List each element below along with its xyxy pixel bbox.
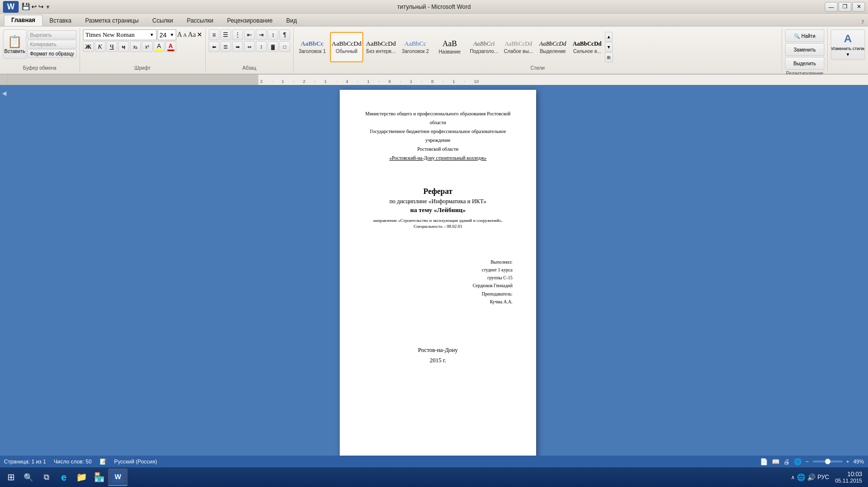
style-strong[interactable]: AaBbCcDd Сильное в... bbox=[570, 32, 604, 62]
style-no-spacing[interactable]: AaBbCcDd Без интерв... bbox=[364, 32, 398, 62]
paragraph-group-label: Абзац bbox=[209, 64, 290, 71]
style-subtitle[interactable]: AaBbCci Подзаголо... bbox=[467, 32, 501, 62]
word-taskbar-button[interactable]: W bbox=[108, 468, 128, 486]
specialty-text: Специальность – 08.02.01 bbox=[363, 224, 513, 229]
strikethrough-button[interactable]: ч bbox=[118, 41, 129, 52]
style-title[interactable]: AaB Название bbox=[433, 32, 466, 62]
justify-button[interactable]: ⇔ bbox=[244, 41, 255, 52]
search-button[interactable]: 🔍 bbox=[20, 468, 37, 486]
align-center-button[interactable]: ☰ bbox=[220, 41, 231, 52]
customize-icon[interactable]: ▼ bbox=[45, 4, 51, 10]
font-group: Times New Roman ▼ 24 ▼ A A Аа ✕ Ж К Ч ч … bbox=[80, 28, 206, 72]
task-view-button[interactable]: ⧉ bbox=[37, 468, 55, 486]
view-reading-icon[interactable]: 📖 bbox=[772, 458, 780, 465]
select-button[interactable]: Выделить bbox=[785, 57, 824, 70]
start-button[interactable]: ⊞ bbox=[2, 468, 20, 486]
style-subtle-emphasis[interactable]: AaBbCcDd Слабое вы... bbox=[502, 32, 535, 62]
font-group-label: Шрифт bbox=[83, 64, 202, 71]
ruler-corner bbox=[0, 75, 8, 85]
tab-references[interactable]: Ссылки bbox=[145, 16, 180, 26]
network-icon[interactable]: 🌐 bbox=[797, 473, 805, 481]
spell-check-icon[interactable]: 📝 bbox=[100, 459, 107, 465]
ribbon: 📋 Вставить Вырезать Копировать Формат по… bbox=[0, 27, 868, 75]
style-emphasis[interactable]: AaBbCcDd Выделение bbox=[536, 32, 570, 62]
superscript-button[interactable]: х² bbox=[142, 41, 153, 52]
font-name-selector[interactable]: Times New Roman ▼ bbox=[83, 29, 157, 40]
tab-home[interactable]: Главная bbox=[4, 15, 43, 26]
language-indicator[interactable]: РУС bbox=[817, 474, 829, 481]
zoom-in-icon[interactable]: + bbox=[846, 459, 849, 464]
styles-scroll-up-button[interactable]: ▲ bbox=[605, 32, 613, 42]
zoom-level[interactable]: 49% bbox=[853, 459, 864, 464]
bullets-button[interactable]: ≡ bbox=[209, 29, 219, 40]
font-dropdown-icon[interactable]: ▼ bbox=[150, 32, 154, 37]
style-heading2[interactable]: AaBbCc Заголовок 2 bbox=[399, 32, 432, 62]
document-page[interactable]: Министерство общего и профессионального … bbox=[340, 90, 536, 460]
sort-button[interactable]: ↕ bbox=[268, 29, 278, 40]
view-web-icon[interactable]: 🌐 bbox=[794, 458, 802, 465]
numbering-button[interactable]: ☰ bbox=[220, 29, 231, 40]
decrease-indent-button[interactable]: ⇤ bbox=[244, 29, 255, 40]
store-button[interactable]: 🏪 bbox=[90, 468, 108, 486]
style-heading1[interactable]: AaBbCc Заголовок 1 bbox=[296, 32, 329, 62]
view-normal-icon[interactable]: 📄 bbox=[760, 458, 768, 465]
paste-button[interactable]: 📋 Вставить bbox=[3, 29, 27, 59]
tab-mailings[interactable]: Рассылки bbox=[180, 16, 220, 26]
styles-more-button[interactable]: ⊞ bbox=[605, 53, 613, 62]
font-size-selector[interactable]: 24 ▼ bbox=[158, 29, 176, 40]
bold-button[interactable]: Ж bbox=[83, 41, 94, 52]
italic-button[interactable]: К bbox=[95, 41, 106, 52]
window-title: титульный - Microsoft Word bbox=[397, 3, 471, 10]
replace-button[interactable]: Заменить bbox=[785, 43, 824, 56]
system-tray: ∧ 🌐 🔊 РУС 10:03 05.11.2015 bbox=[791, 471, 866, 484]
underline-button[interactable]: Ч bbox=[107, 41, 117, 52]
change-styles-button[interactable]: A Изменить стили ▼ bbox=[831, 29, 865, 60]
explorer-button[interactable]: 📁 bbox=[73, 468, 90, 486]
editing-area: ◀ Министерство общего и профессиональног… bbox=[0, 85, 868, 464]
volume-icon[interactable]: 🔊 bbox=[807, 473, 815, 481]
grow-font-icon[interactable]: A bbox=[177, 31, 182, 39]
redo-icon[interactable]: ↪ bbox=[38, 3, 44, 11]
align-left-button[interactable]: ⬅ bbox=[209, 41, 219, 52]
close-button[interactable]: ✕ bbox=[852, 2, 865, 12]
size-dropdown-icon[interactable]: ▼ bbox=[170, 32, 174, 37]
save-icon[interactable]: 💾 bbox=[22, 2, 30, 11]
line-spacing-button[interactable]: ↕ bbox=[256, 41, 267, 52]
ruler-main: 2·1·2·1·4·1·6·1·8·1·10 bbox=[258, 75, 868, 85]
style-normal[interactable]: AaBbCcDd Обычный bbox=[330, 32, 363, 62]
styles-scroll-down-button[interactable]: ▼ bbox=[605, 42, 613, 52]
tray-expand-icon[interactable]: ∧ bbox=[791, 474, 795, 481]
undo-icon[interactable]: ↩ bbox=[31, 3, 37, 11]
cut-button[interactable]: Вырезать bbox=[27, 30, 77, 39]
zoom-out-icon[interactable]: − bbox=[806, 459, 809, 464]
tab-page-layout[interactable]: Разметка страницы bbox=[78, 16, 145, 26]
language-status[interactable]: Русский (Россия) bbox=[114, 459, 157, 465]
shrink-font-icon[interactable]: A bbox=[183, 32, 187, 38]
view-layout-icon[interactable]: 🖨 bbox=[784, 458, 790, 465]
change-case-icon[interactable]: Аа bbox=[188, 31, 196, 39]
copy-button[interactable]: Копировать bbox=[27, 40, 77, 49]
highlight-color-button[interactable]: A bbox=[154, 41, 164, 52]
format-copy-button[interactable]: Формат по образцу bbox=[27, 49, 77, 58]
tab-view[interactable]: Вид bbox=[279, 16, 304, 26]
editing-group: 🔍 Найти Заменить Выделить Редактирование bbox=[782, 28, 827, 72]
tab-insert[interactable]: Вставка bbox=[43, 16, 79, 26]
multilevel-list-button[interactable]: ⋮ bbox=[232, 29, 243, 40]
minimize-button[interactable]: — bbox=[825, 2, 838, 12]
font-color-button[interactable]: A bbox=[165, 41, 176, 52]
zoom-slider[interactable] bbox=[813, 460, 842, 462]
shading-button[interactable]: ▓ bbox=[268, 41, 278, 52]
maximize-button[interactable]: ❐ bbox=[839, 2, 851, 12]
align-right-button[interactable]: ➡ bbox=[232, 41, 243, 52]
clear-formatting-icon[interactable]: ✕ bbox=[197, 31, 202, 39]
edge-button[interactable]: e bbox=[55, 468, 73, 486]
subscript-button[interactable]: х₂ bbox=[130, 41, 141, 52]
status-right: 📄 📖 🖨 🌐 − + 49% bbox=[760, 458, 864, 465]
borders-button[interactable]: □ bbox=[279, 41, 290, 52]
window-controls: — ❐ ✕ bbox=[825, 2, 865, 12]
show-marks-button[interactable]: ¶ bbox=[279, 29, 290, 40]
increase-indent-button[interactable]: ⇥ bbox=[256, 29, 267, 40]
find-button[interactable]: 🔍 Найти bbox=[785, 29, 824, 42]
ribbon-help-icon[interactable]: ? bbox=[861, 18, 864, 26]
tab-review[interactable]: Рецензирование bbox=[220, 16, 279, 26]
